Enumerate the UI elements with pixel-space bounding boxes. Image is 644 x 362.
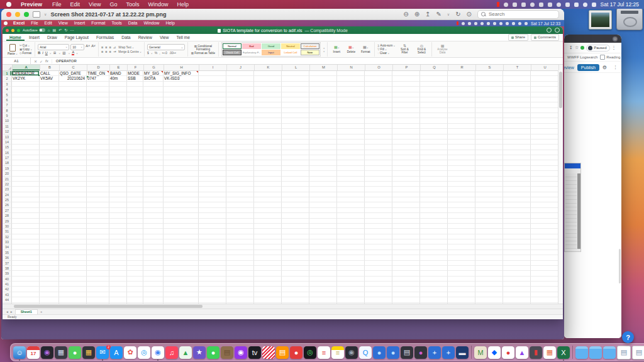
- extension-green-icon[interactable]: [580, 46, 584, 50]
- dock-icon-mission-control[interactable]: ▦: [55, 346, 67, 359]
- dock-icon-photos[interactable]: ✿: [124, 346, 136, 359]
- dock-icon-launchpad[interactable]: ▦: [82, 346, 95, 359]
- input-source-icon[interactable]: [565, 3, 570, 7]
- dock-icon-mail[interactable]: ✉2: [96, 346, 109, 359]
- menu-item-file[interactable]: File: [48, 0, 66, 9]
- minimize-button[interactable]: [15, 12, 20, 17]
- menu-item-tools[interactable]: Tools: [121, 0, 143, 9]
- dock-icon-calendar[interactable]: 17: [27, 346, 40, 359]
- dock-icon-books[interactable]: ▤: [276, 346, 289, 359]
- menu-bar-clock[interactable]: Sat 17 Jul 12:25: [601, 1, 639, 8]
- zoom-in-icon[interactable]: ⊕: [414, 11, 419, 18]
- app-menu-preview[interactable]: Preview: [16, 0, 47, 9]
- zoom-out-icon[interactable]: ⊖: [403, 11, 408, 18]
- title-chevron-icon[interactable]: ∨: [44, 12, 47, 16]
- dock-icon-folder-downloads[interactable]: [603, 346, 616, 359]
- bookmark-wwff-logsearch[interactable]: WWFF Logsearch: [567, 55, 597, 59]
- dock-icon-red-app[interactable]: ●: [290, 346, 303, 359]
- dock-icon-red-sphere-app[interactable]: ●: [502, 346, 514, 359]
- dock-icon-maps[interactable]: ▲: [179, 346, 192, 359]
- control-centre-icon[interactable]: [583, 3, 587, 7]
- dock-icon-document-b[interactable]: ▤: [632, 346, 644, 359]
- dock-icon-audio-app[interactable]: ▮: [530, 346, 542, 359]
- annotate-icon[interactable]: ⊙: [467, 11, 472, 18]
- help-button[interactable]: ?: [622, 331, 634, 343]
- zoom-button[interactable]: [24, 12, 29, 17]
- markup-chevron-icon[interactable]: ∨: [447, 11, 450, 18]
- extension-paused-button[interactable]: Paused: [586, 45, 609, 52]
- apple-menu-icon[interactable]: [6, 2, 11, 7]
- siri-icon[interactable]: [592, 3, 596, 7]
- dock-icon-facetime[interactable]: ●: [207, 346, 219, 359]
- proxy-icon[interactable]: [33, 11, 40, 18]
- dock-icon-quicktime[interactable]: Q: [359, 346, 372, 359]
- dock-icon-folder-documents[interactable]: [589, 346, 602, 359]
- dock-icon-news[interactable]: [262, 346, 275, 359]
- options-kebab-icon[interactable]: ⋮: [613, 65, 618, 70]
- rotate-icon[interactable]: ↻: [455, 11, 460, 18]
- display-icon[interactable]: [504, 3, 508, 7]
- bookmark-star-icon[interactable]: ☆: [575, 45, 579, 50]
- chrome-tab-bar[interactable]: ⊙: [564, 35, 621, 43]
- dock-icon-excel[interactable]: X: [557, 346, 570, 359]
- dock-icon-star-app[interactable]: ★: [193, 346, 206, 359]
- wifi-icon[interactable]: [557, 3, 561, 7]
- external-drive-icon[interactable]: [616, 8, 643, 30]
- chrome-profile-icon[interactable]: ⊙: [613, 36, 618, 41]
- dock-icon-ms-office[interactable]: ▦: [543, 346, 556, 359]
- bluetooth-icon[interactable]: [548, 3, 552, 7]
- dock-icon-image-plus[interactable]: +: [428, 346, 441, 359]
- dock-icon-chrome[interactable]: ◉: [152, 346, 164, 359]
- dock-icon-activity-app[interactable]: ◎: [304, 346, 316, 359]
- dock-icon-app-store[interactable]: A: [110, 346, 123, 359]
- dock-icon-finder[interactable]: ☺: [13, 346, 26, 359]
- dock-icon-music[interactable]: ♫: [165, 346, 178, 359]
- preview-title-bar[interactable]: ∨ Screen Shot 2021-07-17 at 12.22.22 pm.…: [1, 9, 564, 20]
- dock-icon-loopback[interactable]: ▲: [516, 346, 528, 359]
- dock-icon-tv[interactable]: tv: [248, 346, 261, 359]
- share-icon[interactable]: ↥: [425, 11, 430, 18]
- dock-icon-dropbox[interactable]: ◆: [488, 346, 501, 359]
- dock-icon-macvim[interactable]: M: [474, 346, 487, 359]
- recording-indicator[interactable]: [497, 2, 499, 7]
- preview-link[interactable]: Preview: [564, 65, 574, 70]
- dock-icon-notes[interactable]: ≡: [331, 346, 344, 359]
- dock-icon-person-plus[interactable]: +: [442, 346, 455, 359]
- volume-icon[interactable]: [539, 3, 543, 7]
- time-machine-icon[interactable]: [521, 3, 526, 7]
- menu-item-edit[interactable]: Edit: [66, 0, 85, 9]
- dock-icon-reminders[interactable]: ≡: [318, 346, 330, 359]
- dock-icon-folder-apps[interactable]: [575, 346, 588, 359]
- menu-item-view[interactable]: View: [84, 0, 105, 9]
- dock-icon-photo-booth[interactable]: ●: [414, 346, 427, 359]
- chrome-scrollbar[interactable]: [619, 249, 621, 283]
- dock-icon-automator[interactable]: ▤: [221, 346, 233, 359]
- download-icon[interactable]: ↧: [569, 45, 573, 50]
- menu-item-go[interactable]: Go: [105, 0, 121, 9]
- screen-mirroring-icon[interactable]: [513, 3, 517, 7]
- dock-icon-podcasts[interactable]: ◉: [235, 346, 247, 359]
- dock-icon-screen-share-b[interactable]: ●: [387, 346, 399, 359]
- dock-icon-image-capture[interactable]: ▤: [401, 346, 413, 359]
- dock-icon-wallet[interactable]: ▬: [456, 346, 469, 359]
- search-field[interactable]: [477, 10, 559, 19]
- eject-icon[interactable]: [530, 3, 535, 7]
- dock-icon-system-app[interactable]: ◉: [345, 346, 358, 359]
- dock-icon-screen-share-a[interactable]: ●: [373, 346, 386, 359]
- markup-pencil-icon[interactable]: ✎: [436, 11, 441, 18]
- dock-icon-document-a[interactable]: ▤: [617, 346, 631, 359]
- dock-icon-siri[interactable]: ◉: [41, 346, 53, 359]
- table-scrollbar[interactable]: [577, 173, 580, 249]
- close-button[interactable]: [6, 12, 11, 17]
- dock-icon-safari[interactable]: ◎: [138, 346, 150, 359]
- search-input[interactable]: [487, 11, 553, 18]
- dock-icon-messages[interactable]: ●: [69, 346, 81, 359]
- chrome-menu-icon[interactable]: ⋮: [612, 45, 616, 50]
- reading-list[interactable]: Reading List: [606, 55, 621, 59]
- spotlight-icon[interactable]: [574, 3, 579, 7]
- menu-item-help[interactable]: Help: [172, 0, 193, 9]
- menu-item-window[interactable]: Window: [143, 0, 172, 9]
- settings-gear-icon[interactable]: ⚙: [602, 65, 607, 70]
- publish-button[interactable]: Publish: [577, 64, 599, 71]
- desktop-photo-file-icon[interactable]: [589, 10, 612, 30]
